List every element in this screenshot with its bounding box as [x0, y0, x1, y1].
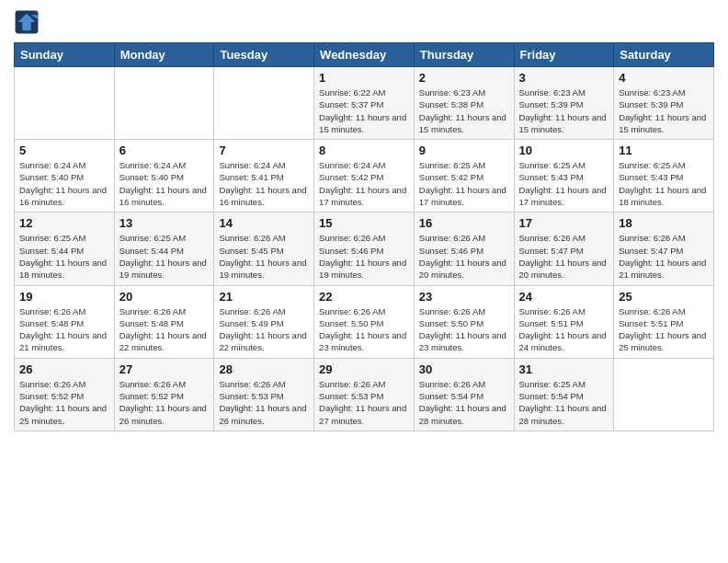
day-info: Sunrise: 6:25 AM Sunset: 5:42 PM Dayligh…: [419, 159, 509, 208]
day-info: Sunrise: 6:26 AM Sunset: 5:47 PM Dayligh…: [619, 232, 709, 281]
day-info: Sunrise: 6:22 AM Sunset: 5:37 PM Dayligh…: [319, 86, 409, 135]
day-info: Sunrise: 6:26 AM Sunset: 5:48 PM Dayligh…: [19, 305, 109, 354]
day-number: 7: [219, 144, 309, 157]
day-number: 5: [19, 144, 109, 157]
day-number: 19: [19, 290, 109, 304]
calendar-cell: 22Sunrise: 6:26 AM Sunset: 5:50 PM Dayli…: [314, 285, 415, 358]
day-number: 14: [219, 216, 309, 230]
day-info: Sunrise: 6:25 AM Sunset: 5:44 PM Dayligh…: [119, 232, 210, 281]
calendar-cell: 12Sunrise: 6:25 AM Sunset: 5:44 PM Dayli…: [15, 213, 115, 285]
day-number: 29: [319, 362, 409, 376]
calendar-cell: 1Sunrise: 6:22 AM Sunset: 5:37 PM Daylig…: [314, 67, 415, 140]
day-number: 9: [419, 144, 509, 157]
week-row-5: 26Sunrise: 6:26 AM Sunset: 5:52 PM Dayli…: [15, 358, 714, 431]
day-number: 28: [219, 362, 309, 376]
day-number: 12: [19, 216, 109, 230]
calendar-cell: 2Sunrise: 6:23 AM Sunset: 5:38 PM Daylig…: [414, 67, 514, 140]
day-info: Sunrise: 6:25 AM Sunset: 5:54 PM Dayligh…: [519, 378, 609, 427]
calendar-cell: 8Sunrise: 6:24 AM Sunset: 5:42 PM Daylig…: [314, 140, 415, 213]
day-number: 15: [319, 216, 409, 230]
calendar-table: SundayMondayTuesdayWednesdayThursdayFrid…: [14, 42, 714, 431]
day-number: 13: [119, 216, 210, 230]
calendar-cell: 25Sunrise: 6:26 AM Sunset: 5:51 PM Dayli…: [614, 285, 714, 358]
day-number: 31: [519, 362, 609, 376]
logo-icon: [14, 9, 40, 35]
weekday-header-saturday: Saturday: [614, 43, 714, 67]
calendar-cell: [15, 67, 115, 140]
calendar-cell: 21Sunrise: 6:26 AM Sunset: 5:49 PM Dayli…: [214, 285, 314, 358]
calendar-cell: 3Sunrise: 6:23 AM Sunset: 5:39 PM Daylig…: [514, 67, 614, 140]
day-number: 1: [319, 71, 409, 85]
calendar-cell: 5Sunrise: 6:24 AM Sunset: 5:40 PM Daylig…: [15, 140, 115, 213]
header: [14, 9, 714, 35]
calendar-cell: 10Sunrise: 6:25 AM Sunset: 5:43 PM Dayli…: [514, 140, 614, 213]
day-info: Sunrise: 6:26 AM Sunset: 5:50 PM Dayligh…: [419, 305, 509, 354]
day-number: 17: [519, 216, 609, 230]
week-row-4: 19Sunrise: 6:26 AM Sunset: 5:48 PM Dayli…: [15, 285, 714, 358]
day-number: 4: [619, 71, 709, 85]
calendar-cell: 31Sunrise: 6:25 AM Sunset: 5:54 PM Dayli…: [514, 358, 614, 431]
calendar-cell: 13Sunrise: 6:25 AM Sunset: 5:44 PM Dayli…: [114, 213, 214, 285]
weekday-header-monday: Monday: [114, 43, 214, 67]
calendar-cell: 20Sunrise: 6:26 AM Sunset: 5:48 PM Dayli…: [114, 285, 214, 358]
day-info: Sunrise: 6:25 AM Sunset: 5:44 PM Dayligh…: [19, 232, 109, 281]
day-number: 6: [119, 144, 210, 157]
day-number: 16: [419, 216, 509, 230]
day-number: 23: [419, 290, 509, 304]
weekday-header-tuesday: Tuesday: [214, 43, 314, 67]
day-info: Sunrise: 6:26 AM Sunset: 5:53 PM Dayligh…: [219, 378, 309, 427]
day-number: 27: [119, 362, 210, 376]
calendar-cell: 15Sunrise: 6:26 AM Sunset: 5:46 PM Dayli…: [314, 213, 415, 285]
calendar-cell: 4Sunrise: 6:23 AM Sunset: 5:39 PM Daylig…: [614, 67, 714, 140]
day-info: Sunrise: 6:26 AM Sunset: 5:52 PM Dayligh…: [19, 378, 109, 427]
day-info: Sunrise: 6:26 AM Sunset: 5:52 PM Dayligh…: [119, 378, 210, 427]
week-row-2: 5Sunrise: 6:24 AM Sunset: 5:40 PM Daylig…: [15, 140, 714, 213]
calendar-cell: 27Sunrise: 6:26 AM Sunset: 5:52 PM Dayli…: [114, 358, 214, 431]
weekday-header-row: SundayMondayTuesdayWednesdayThursdayFrid…: [15, 43, 714, 67]
calendar-cell: 19Sunrise: 6:26 AM Sunset: 5:48 PM Dayli…: [15, 285, 115, 358]
calendar-cell: [614, 358, 714, 431]
day-info: Sunrise: 6:24 AM Sunset: 5:41 PM Dayligh…: [219, 159, 309, 208]
weekday-header-thursday: Thursday: [414, 43, 514, 67]
day-info: Sunrise: 6:26 AM Sunset: 5:46 PM Dayligh…: [319, 232, 409, 281]
day-number: 25: [619, 290, 709, 304]
calendar-cell: 17Sunrise: 6:26 AM Sunset: 5:47 PM Dayli…: [514, 213, 614, 285]
calendar-cell: 26Sunrise: 6:26 AM Sunset: 5:52 PM Dayli…: [15, 358, 115, 431]
day-number: 2: [419, 71, 509, 85]
day-info: Sunrise: 6:26 AM Sunset: 5:53 PM Dayligh…: [319, 378, 409, 427]
calendar-cell: 28Sunrise: 6:26 AM Sunset: 5:53 PM Dayli…: [214, 358, 314, 431]
day-info: Sunrise: 6:23 AM Sunset: 5:38 PM Dayligh…: [419, 86, 509, 135]
calendar-cell: 16Sunrise: 6:26 AM Sunset: 5:46 PM Dayli…: [414, 213, 514, 285]
day-number: 20: [119, 290, 210, 304]
calendar-cell: 23Sunrise: 6:26 AM Sunset: 5:50 PM Dayli…: [414, 285, 514, 358]
day-number: 30: [419, 362, 509, 376]
day-info: Sunrise: 6:25 AM Sunset: 5:43 PM Dayligh…: [519, 159, 609, 208]
calendar-cell: 11Sunrise: 6:25 AM Sunset: 5:43 PM Dayli…: [614, 140, 714, 213]
day-info: Sunrise: 6:26 AM Sunset: 5:51 PM Dayligh…: [619, 305, 709, 354]
day-info: Sunrise: 6:24 AM Sunset: 5:42 PM Dayligh…: [319, 159, 409, 208]
day-number: 24: [519, 290, 609, 304]
weekday-header-friday: Friday: [514, 43, 614, 67]
calendar-cell: [114, 67, 214, 140]
calendar-cell: 24Sunrise: 6:26 AM Sunset: 5:51 PM Dayli…: [514, 285, 614, 358]
day-info: Sunrise: 6:26 AM Sunset: 5:45 PM Dayligh…: [219, 232, 309, 281]
logo: [14, 9, 43, 35]
day-number: 11: [619, 144, 709, 157]
day-info: Sunrise: 6:26 AM Sunset: 5:49 PM Dayligh…: [219, 305, 309, 354]
calendar-cell: 30Sunrise: 6:26 AM Sunset: 5:54 PM Dayli…: [414, 358, 514, 431]
calendar-cell: 14Sunrise: 6:26 AM Sunset: 5:45 PM Dayli…: [214, 213, 314, 285]
day-number: 21: [219, 290, 309, 304]
calendar-cell: 29Sunrise: 6:26 AM Sunset: 5:53 PM Dayli…: [314, 358, 415, 431]
day-number: 18: [619, 216, 709, 230]
day-info: Sunrise: 6:26 AM Sunset: 5:47 PM Dayligh…: [519, 232, 609, 281]
day-info: Sunrise: 6:23 AM Sunset: 5:39 PM Dayligh…: [619, 86, 709, 135]
day-number: 22: [319, 290, 409, 304]
day-info: Sunrise: 6:24 AM Sunset: 5:40 PM Dayligh…: [119, 159, 210, 208]
day-info: Sunrise: 6:26 AM Sunset: 5:50 PM Dayligh…: [319, 305, 409, 354]
week-row-1: 1Sunrise: 6:22 AM Sunset: 5:37 PM Daylig…: [15, 67, 714, 140]
day-number: 3: [519, 71, 609, 85]
calendar-cell: 18Sunrise: 6:26 AM Sunset: 5:47 PM Dayli…: [614, 213, 714, 285]
weekday-header-wednesday: Wednesday: [314, 43, 415, 67]
calendar-cell: 9Sunrise: 6:25 AM Sunset: 5:42 PM Daylig…: [414, 140, 514, 213]
calendar-page: SundayMondayTuesdayWednesdayThursdayFrid…: [0, 0, 728, 563]
